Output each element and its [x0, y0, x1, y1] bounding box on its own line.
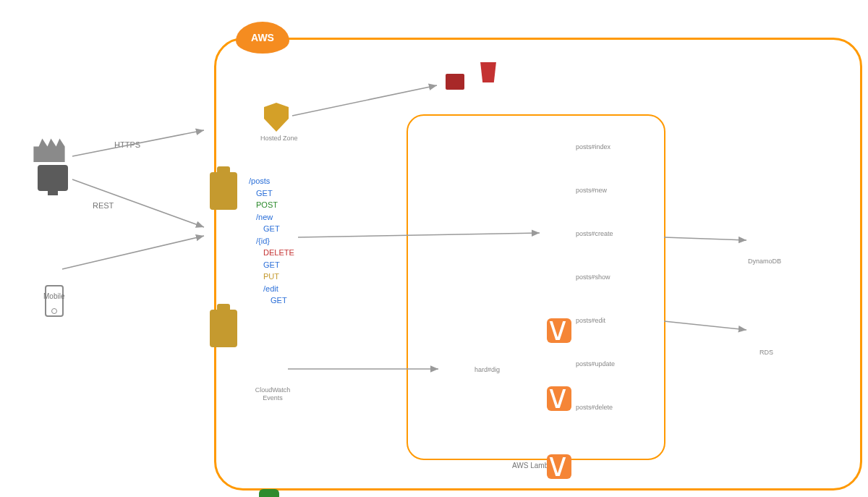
route-method-get2: GET [249, 223, 294, 235]
routes-block: /posts GET POST /new GET /{id} DELETE GE… [249, 175, 294, 307]
route-method-put: PUT [249, 271, 294, 283]
desktop-icon [38, 165, 68, 191]
lambda-posts-new-icon [547, 386, 571, 411]
dynamodb-label: DynamoDB [748, 258, 781, 266]
route-method-get4: GET [249, 294, 294, 307]
cloudwatch-events-label: CloudWatchEvents [253, 386, 292, 402]
svg-line-2 [62, 236, 204, 269]
route-path-posts: /posts [249, 175, 294, 187]
mobile-phone-icon [45, 285, 64, 317]
lambda-posts-update-label: posts#update [576, 360, 615, 368]
lambda-posts-delete-label: posts#delete [576, 404, 613, 412]
aws-badge-label: AWS [251, 32, 274, 43]
route-path-new: /new [249, 211, 294, 224]
route-path-id: /{id} [249, 235, 294, 247]
lambda-posts-create-label: posts#create [576, 230, 613, 238]
rest-label: REST [93, 201, 114, 210]
api-gateway-icon [210, 310, 237, 347]
hosted-zone-label: Hosted Zone [260, 135, 298, 143]
lambda-cron-label: hard#dig [475, 366, 500, 374]
lambda-group-boundary [407, 114, 665, 460]
architecture-diagram: AWS AWS Lambda Mobile HTTPS REST Hosted … [0, 0, 868, 497]
lambda-posts-show-label: posts#show [576, 273, 610, 281]
route-method-post: POST [249, 199, 294, 211]
route-method-get3: GET [249, 259, 294, 271]
rds-label: RDS [760, 349, 773, 357]
aws-cloud-icon: AWS [236, 22, 289, 54]
lambda-posts-index-label: posts#index [576, 143, 610, 151]
cloudwatch-events-icon [259, 489, 279, 497]
https-label: HTTPS [114, 140, 140, 149]
route-method-delete: DELETE [249, 247, 294, 259]
route53-icon [210, 172, 237, 210]
lambda-posts-edit-label: posts#edit [576, 317, 605, 325]
lambda-posts-index-icon [547, 318, 571, 343]
lambda-posts-create-icon [547, 454, 571, 479]
mobile-label: Mobile [43, 292, 64, 300]
cloudfront-icon [446, 74, 464, 90]
lambda-posts-new-label: posts#new [576, 187, 607, 195]
route-method-get1: GET [249, 187, 294, 200]
route-path-edit: /edit [249, 283, 294, 295]
users-icon [32, 136, 67, 162]
